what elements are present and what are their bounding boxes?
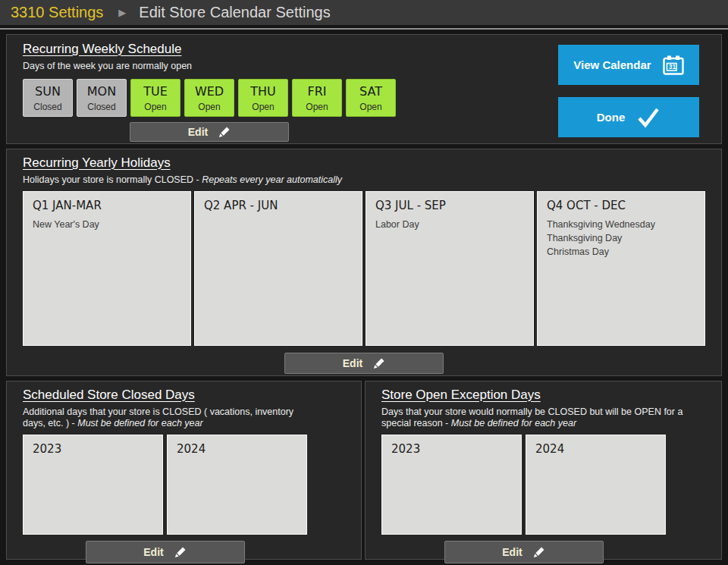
day-status: Open (252, 102, 274, 112)
subtitle-italic-text: Repeats every year automatically (199, 174, 342, 185)
day-status: Open (144, 102, 166, 112)
day-button-mon[interactable]: MON Closed (77, 79, 127, 117)
year-label: 2024 (177, 442, 297, 457)
quarter-panel-q3: Q3 JUL - SEP Labor Day (366, 191, 534, 346)
holiday-item: Labor Day (375, 218, 524, 231)
header-divider (0, 28, 728, 30)
day-code: TUE (143, 84, 168, 99)
day-status: Open (359, 102, 381, 112)
done-button-label: Done (597, 111, 626, 124)
closed-days-section: Scheduled Store Closed Days Additional d… (6, 381, 362, 560)
year-panel-2023-exceptions: 2023 (381, 435, 522, 535)
pencil-icon (174, 546, 187, 559)
closed-days-title: Scheduled Store Closed Days (23, 388, 195, 403)
days-of-week-group: SUN Closed MON Closed TUE Open WED Open … (23, 79, 396, 142)
svg-text:31: 31 (668, 63, 676, 71)
holiday-list: Labor Day (375, 218, 524, 231)
edit-button-label: Edit (343, 357, 362, 369)
pencil-icon (532, 546, 545, 559)
closed-days-years-group: 2023 2024 Edit (23, 435, 307, 563)
days-row: SUN Closed MON Closed TUE Open WED Open … (23, 79, 396, 117)
day-button-tue[interactable]: TUE Open (130, 79, 180, 117)
edit-closed-days-button[interactable]: Edit (86, 541, 245, 563)
edit-weekly-schedule-button[interactable]: Edit (130, 122, 289, 142)
year-panel-2024-closed: 2024 (167, 435, 307, 535)
day-code: FRI (307, 84, 326, 99)
open-exceptions-section: Store Open Exception Days Days that your… (365, 381, 722, 560)
quarters-row: Q1 JAN-MAR New Year's Day Q2 APR - JUN Q… (23, 191, 705, 346)
calendar-icon: 31 (663, 55, 684, 75)
years-row: 2023 2024 (381, 435, 666, 535)
years-row: 2023 2024 (23, 435, 307, 535)
check-icon (636, 107, 661, 128)
pencil-icon (372, 357, 385, 370)
year-panel-2024-exceptions: 2024 (526, 435, 666, 535)
header-bar: 3310 Settings ▶ Edit Store Calendar Sett… (0, 0, 728, 25)
quarter-label: Q3 JUL - SEP (375, 199, 524, 213)
breadcrumb-arrow-icon: ▶ (118, 7, 126, 18)
breadcrumb-settings-link[interactable]: 3310 Settings (11, 0, 103, 25)
subtitle-text: Holidays your store is normally CLOSED - (23, 174, 199, 185)
year-panel-2023-closed: 2023 (23, 435, 163, 535)
weekly-action-buttons: View Calendar 31 Done (558, 45, 699, 137)
year-label: 2023 (391, 442, 512, 457)
view-calendar-label: View Calendar (573, 58, 651, 71)
edit-button-label: Edit (188, 126, 208, 138)
open-exceptions-title: Store Open Exception Days (381, 388, 541, 403)
quarter-panel-q4: Q4 OCT - DEC Thanksgiving Wednesday Than… (537, 191, 705, 346)
day-button-sun[interactable]: SUN Closed (23, 79, 73, 117)
day-button-fri[interactable]: FRI Open (292, 79, 342, 117)
subtitle-italic-text: Must be defined for each year (448, 418, 576, 428)
day-code: MON (87, 84, 116, 99)
day-status: Open (198, 102, 220, 112)
holiday-list: Thanksgiving Wednesday Thanksgiving Day … (547, 218, 695, 259)
weekly-schedule-title: Recurring Weekly Schedule (23, 42, 181, 57)
closed-days-subtitle: Additional days that your store is CLOSE… (23, 406, 302, 429)
holiday-list: New Year's Day (33, 218, 181, 231)
holiday-item: New Year's Day (33, 218, 181, 231)
quarter-panel-q2: Q2 APR - JUN (194, 191, 362, 346)
view-calendar-button[interactable]: View Calendar 31 (558, 45, 699, 85)
weekly-schedule-section: Recurring Weekly Schedule Days of the we… (6, 34, 722, 144)
open-exceptions-years-group: 2023 2024 Edit (381, 435, 666, 563)
yearly-holidays-section: Recurring Yearly Holidays Holidays your … (6, 149, 722, 376)
day-code: THU (250, 84, 276, 99)
day-status: Closed (33, 102, 61, 112)
pencil-icon (218, 126, 231, 139)
day-code: WED (195, 84, 224, 99)
day-button-thu[interactable]: THU Open (238, 79, 288, 117)
holiday-item: Thanksgiving Day (547, 231, 695, 245)
day-code: SUN (35, 84, 61, 99)
year-label: 2023 (33, 442, 153, 457)
quarter-panel-q1: Q1 JAN-MAR New Year's Day (23, 191, 191, 346)
done-button[interactable]: Done (558, 97, 699, 137)
day-button-sat[interactable]: SAT Open (346, 79, 396, 117)
edit-open-exceptions-button[interactable]: Edit (444, 541, 604, 563)
day-status: Open (306, 102, 328, 112)
day-button-wed[interactable]: WED Open (184, 79, 234, 117)
bottom-sections-row: Scheduled Store Closed Days Additional d… (6, 381, 722, 560)
yearly-holidays-subtitle: Holidays your store is normally CLOSED -… (23, 174, 705, 186)
holiday-item: Christmas Day (547, 245, 695, 259)
yearly-holidays-title: Recurring Yearly Holidays (23, 155, 171, 171)
quarter-label: Q2 APR - JUN (204, 199, 353, 213)
quarter-label: Q1 JAN-MAR (33, 199, 181, 213)
page-title: Edit Store Calendar Settings (139, 4, 330, 21)
open-exceptions-subtitle: Days that your store would normally be C… (381, 406, 705, 429)
edit-yearly-holidays-button[interactable]: Edit (284, 353, 444, 374)
edit-button-label: Edit (502, 546, 522, 558)
edit-button-label: Edit (143, 546, 163, 558)
year-label: 2024 (535, 442, 656, 457)
subtitle-italic-text: Must be defined for each year (75, 418, 203, 428)
day-code: SAT (359, 84, 382, 99)
holiday-item: Thanksgiving Wednesday (547, 218, 695, 231)
day-status: Closed (87, 102, 115, 112)
quarter-label: Q4 OCT - DEC (547, 199, 695, 213)
